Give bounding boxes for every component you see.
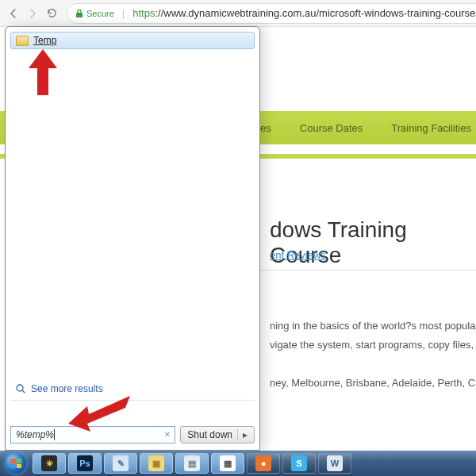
svg-rect-0 xyxy=(76,13,83,17)
notepad-icon: ✎ xyxy=(113,455,129,471)
taskbar-item-firefox[interactable]: ● xyxy=(247,453,280,474)
annotation-arrow-top xyxy=(25,49,60,95)
task-manager-icon: ▤ xyxy=(184,455,200,471)
page-text: ney, Melbourne, Brisbane, Adelaide, Pert… xyxy=(270,376,476,390)
calendar-icon: ▦ xyxy=(220,455,236,471)
reload-button[interactable] xyxy=(43,5,60,22)
clear-icon[interactable]: × xyxy=(164,429,170,440)
nav-buttons xyxy=(5,5,60,22)
word-icon: W xyxy=(327,455,343,471)
menu-item[interactable]: Course Dates xyxy=(300,122,363,134)
taskbar: ✳Ps✎▣▤▦●SW xyxy=(0,451,476,476)
windows-widget-icon: ✳ xyxy=(41,455,57,471)
firefox-icon: ● xyxy=(255,455,271,471)
text-cursor xyxy=(54,429,55,440)
taskbar-item-notepad[interactable]: ✎ xyxy=(104,453,137,474)
start-menu-body: See more results xyxy=(10,49,255,424)
browser-toolbar: Secure | https://www.dynamicwebtraining.… xyxy=(0,0,476,27)
shutdown-label: Shut down xyxy=(187,429,232,440)
result-label: Temp xyxy=(33,35,56,46)
taskbar-item-calendar[interactable]: ▦ xyxy=(211,453,244,474)
menu-item[interactable]: Training Facilities xyxy=(391,122,471,134)
address-bar[interactable]: Secure | https://www.dynamicwebtraining.… xyxy=(67,3,476,24)
photoshop-icon: Ps xyxy=(77,455,93,471)
taskbar-item-skype[interactable]: S xyxy=(282,453,316,474)
url-text: https://www.dynamicwebtraining.com.au/mi… xyxy=(132,7,476,19)
page-hr xyxy=(254,270,476,271)
back-button[interactable] xyxy=(5,5,22,22)
shutdown-menu-arrow[interactable]: ▸ xyxy=(237,429,248,440)
search-value: %temp% xyxy=(16,429,54,440)
taskbar-item-windows-widget[interactable]: ✳ xyxy=(33,453,66,474)
url-divider: | xyxy=(119,7,128,19)
start-menu-divider xyxy=(10,400,255,401)
shutdown-button[interactable]: Shut down ▸ xyxy=(180,426,255,443)
windows-logo-icon xyxy=(6,453,26,474)
start-menu-bottom: %temp% × Shut down ▸ xyxy=(10,424,255,445)
forward-button[interactable] xyxy=(24,5,41,22)
search-result-temp[interactable]: Temp xyxy=(10,32,255,49)
reviews-link[interactable]: ent Reviews xyxy=(270,249,326,261)
taskbar-item-photoshop[interactable]: Ps xyxy=(68,453,102,474)
taskbar-item-word[interactable]: W xyxy=(318,453,351,474)
page-text: vigate the system, start programs, copy … xyxy=(270,338,476,352)
start-button[interactable] xyxy=(2,452,30,474)
secure-label: Secure xyxy=(86,9,114,18)
page-text: ning in the basics of the world?s most p… xyxy=(270,319,475,333)
annotation-arrow-bottom xyxy=(68,392,130,432)
folder-icon xyxy=(16,36,29,46)
skype-icon: S xyxy=(291,455,307,471)
lock-icon: Secure xyxy=(75,9,114,18)
taskbar-item-explorer[interactable]: ▣ xyxy=(140,453,173,474)
search-icon xyxy=(15,383,26,394)
explorer-icon: ▣ xyxy=(148,455,164,471)
taskbar-item-task-manager[interactable]: ▤ xyxy=(175,453,209,474)
